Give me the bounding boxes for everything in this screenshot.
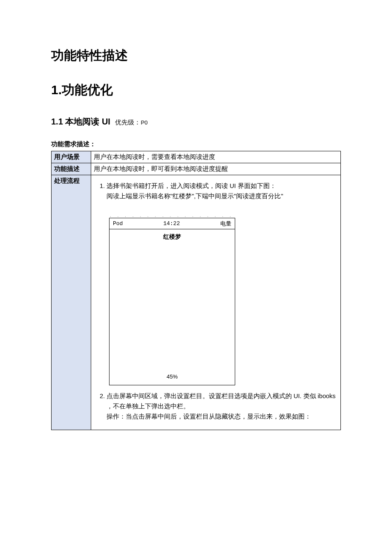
priority-label: 优先级：	[115, 119, 141, 126]
section-1-heading: 1.功能优化	[51, 81, 341, 99]
process-flow-cell: 选择书架书籍打开后，进入阅读模式，阅读 UI 界面如下图： 阅读上端显示书籍名称…	[91, 175, 341, 430]
row-header-user-scenario: 用户场景	[52, 151, 91, 163]
mockup-status-bar: Pod 14:22 电量	[110, 218, 235, 229]
table-row: 用户场景 用户在本地阅读时，需要查看本地阅读进度	[52, 151, 341, 163]
status-battery: 电量	[220, 219, 231, 228]
section-1-1-heading: 1.1 本地阅读 UI 优先级：P0	[51, 116, 341, 127]
process-flow-list: 选择书架书籍打开后，进入阅读模式，阅读 UI 界面如下图： 阅读上端显示书籍名称…	[94, 181, 338, 422]
status-carrier: Pod	[113, 219, 123, 228]
user-scenario-value: 用户在本地阅读时，需要查看本地阅读进度	[91, 151, 341, 163]
status-time: 14:22	[163, 219, 180, 228]
section-1-1-title: 1.1 本地阅读 UI	[51, 117, 110, 126]
func-desc-value: 用户在本地阅读时，即可看到本地阅读进度提醒	[91, 163, 341, 175]
document-page: 功能特性描述 1.功能优化 1.1 本地阅读 UI 优先级：P0 功能需求描述：…	[0, 0, 392, 456]
list-item: 点击屏幕中间区域，弹出设置栏目。设置栏目选项是内嵌入模式的 UI. 类似 ibo…	[107, 391, 338, 422]
mockup-progress-percent: 45%	[110, 370, 235, 384]
mockup-phone: Pod 14:22 电量 红楼梦 45%	[109, 218, 235, 385]
table-row: 功能描述 用户在本地阅读时，即可看到本地阅读进度提醒	[52, 163, 341, 175]
mockup-body-area	[110, 243, 235, 370]
requirement-table: 用户场景 用户在本地阅读时，需要查看本地阅读进度 功能描述 用户在本地阅读时，即…	[51, 151, 341, 430]
table-row: 处理流程 选择书架书籍打开后，进入阅读模式，阅读 UI 界面如下图： 阅读上端显…	[52, 175, 341, 430]
flow-2-line-2: 操作：当点击屏幕中间后，设置栏目从隐藏状态，显示出来，效果如图：	[107, 412, 338, 422]
mockup-top-dots: . . . . . . . . . . . . . . . . . . . . …	[109, 214, 236, 218]
priority-value: P0	[141, 119, 147, 126]
mockup-phone-wrap: . . . . . . . . . . . . . . . . . . . . …	[109, 214, 338, 385]
flow-1-line-2: 阅读上端显示书籍名称"红楼梦",下端中间显示"阅读进度百分比"	[107, 191, 338, 202]
mockup-book-title: 红楼梦	[110, 229, 235, 243]
main-title: 功能特性描述	[51, 47, 341, 64]
requirement-description-label: 功能需求描述：	[51, 140, 341, 148]
row-header-process-flow: 处理流程	[52, 175, 91, 430]
flow-2-line-1: 点击屏幕中间区域，弹出设置栏目。设置栏目选项是内嵌入模式的 UI. 类似 ibo…	[107, 391, 338, 412]
flow-1-line-1: 选择书架书籍打开后，进入阅读模式，阅读 UI 界面如下图：	[107, 181, 338, 191]
list-item: 选择书架书籍打开后，进入阅读模式，阅读 UI 界面如下图： 阅读上端显示书籍名称…	[107, 181, 338, 385]
row-header-func-desc: 功能描述	[52, 163, 91, 175]
